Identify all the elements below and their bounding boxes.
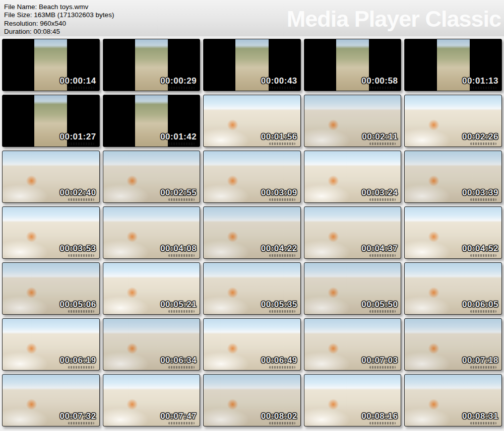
watermark-scribble bbox=[470, 87, 496, 89]
watermark-scribble bbox=[470, 142, 496, 145]
timestamp-label: 00:00:43 bbox=[261, 76, 297, 86]
timestamp-label: 00:08:16 bbox=[361, 411, 398, 421]
timestamp-label: 00:01:56 bbox=[261, 132, 297, 142]
thumbnail: 00:04:22 bbox=[203, 206, 301, 259]
thumbnail: 00:07:47 bbox=[103, 374, 201, 426]
watermark-scribble bbox=[168, 87, 195, 89]
timestamp-label: 00:04:22 bbox=[261, 244, 297, 254]
thumbnail: 00:06:19 bbox=[2, 318, 100, 371]
timestamp-label: 00:00:29 bbox=[160, 76, 197, 86]
thumbnail: 00:00:14 bbox=[2, 39, 100, 91]
watermark-scribble bbox=[168, 254, 195, 257]
timestamp-label: 00:05:50 bbox=[361, 300, 398, 310]
timestamp-label: 00:00:14 bbox=[60, 76, 96, 86]
thumbnail: 00:03:39 bbox=[404, 151, 502, 203]
watermark-scribble bbox=[68, 422, 94, 424]
timestamp-label: 00:04:08 bbox=[160, 244, 197, 254]
timestamp-label: 00:03:53 bbox=[60, 244, 96, 254]
timestamp-label: 00:02:11 bbox=[362, 132, 398, 142]
duration-line: Duration: 00:08:45 bbox=[4, 28, 114, 36]
timestamp-label: 00:06:34 bbox=[160, 355, 197, 366]
thumbnail: 00:06:49 bbox=[203, 318, 301, 371]
timestamp-label: 00:06:05 bbox=[462, 300, 498, 310]
file-info-block: File Name: Beach toys.wmv File Size: 163… bbox=[4, 3, 114, 36]
thumbnail: 00:00:58 bbox=[304, 39, 402, 91]
thumbnail: 00:03:24 bbox=[304, 151, 402, 203]
watermark-scribble bbox=[68, 310, 94, 313]
timestamp-label: 00:05:06 bbox=[60, 300, 96, 310]
thumbnail: 00:06:34 bbox=[103, 318, 201, 371]
timestamp-label: 00:05:21 bbox=[160, 300, 197, 310]
watermark-scribble bbox=[470, 422, 496, 424]
sheet-header: File Name: Beach toys.wmv File Size: 163… bbox=[0, 0, 504, 36]
timestamp-label: 00:02:55 bbox=[160, 188, 197, 198]
thumbnail: 00:05:06 bbox=[2, 262, 100, 315]
watermark-scribble bbox=[168, 422, 195, 424]
thumbnail: 00:01:42 bbox=[103, 95, 201, 147]
thumbnail: 00:00:29 bbox=[103, 39, 201, 91]
timestamp-label: 00:03:24 bbox=[361, 188, 398, 198]
thumbnail-grid: 00:00:14 00:00:29 00:00:43 00:00:58 00:0… bbox=[0, 36, 504, 431]
timestamp-label: 00:07:03 bbox=[361, 355, 398, 366]
watermark-scribble bbox=[168, 198, 195, 201]
thumbnail: 00:02:26 bbox=[404, 95, 502, 147]
timestamp-label: 00:03:39 bbox=[462, 188, 498, 198]
timestamp-label: 00:07:32 bbox=[60, 411, 96, 421]
timestamp-label: 00:07:47 bbox=[160, 411, 197, 421]
thumbnail: 00:04:08 bbox=[103, 206, 201, 259]
watermark-scribble bbox=[168, 142, 195, 145]
watermark-scribble bbox=[269, 254, 295, 257]
watermark-scribble bbox=[369, 366, 396, 369]
thumbnail: 00:03:09 bbox=[203, 151, 301, 203]
watermark-scribble bbox=[470, 366, 496, 369]
thumbnail: 00:04:52 bbox=[404, 206, 502, 259]
timestamp-label: 00:00:58 bbox=[361, 76, 398, 86]
app-watermark-title: Media Player Classic bbox=[287, 6, 501, 32]
watermark-scribble bbox=[269, 310, 295, 313]
timestamp-label: 00:07:18 bbox=[462, 355, 498, 366]
timestamp-label: 00:03:09 bbox=[261, 188, 297, 198]
thumbnail: 00:02:55 bbox=[103, 151, 201, 203]
watermark-scribble bbox=[369, 142, 396, 145]
timestamp-label: 00:08:02 bbox=[261, 411, 297, 421]
watermark-scribble bbox=[269, 366, 295, 369]
timestamp-label: 00:01:13 bbox=[462, 76, 498, 86]
timestamp-label: 00:08:31 bbox=[462, 411, 498, 421]
timestamp-label: 00:04:37 bbox=[361, 244, 398, 254]
thumbnail: 00:08:02 bbox=[203, 374, 301, 426]
timestamp-label: 00:02:26 bbox=[462, 132, 498, 142]
thumbnail: 00:00:43 bbox=[203, 39, 301, 91]
watermark-scribble bbox=[470, 310, 496, 313]
watermark-scribble bbox=[269, 87, 295, 89]
thumbnail: 00:01:27 bbox=[2, 95, 100, 147]
watermark-scribble bbox=[168, 310, 195, 313]
file-name-line: File Name: Beach toys.wmv bbox=[4, 3, 114, 11]
file-size-line: File Size: 163MB (171302603 bytes) bbox=[4, 11, 114, 19]
watermark-scribble bbox=[369, 254, 396, 257]
timestamp-label: 00:04:52 bbox=[462, 244, 498, 254]
timestamp-label: 00:01:42 bbox=[160, 132, 197, 142]
thumbnail: 00:05:21 bbox=[103, 262, 201, 315]
watermark-scribble bbox=[68, 142, 94, 145]
thumbnail: 00:05:35 bbox=[203, 262, 301, 315]
watermark-scribble bbox=[68, 198, 94, 201]
thumbnail: 00:01:13 bbox=[404, 39, 502, 91]
thumbnail: 00:07:18 bbox=[404, 318, 502, 371]
watermark-scribble bbox=[168, 366, 195, 369]
timestamp-label: 00:01:27 bbox=[60, 132, 96, 142]
timestamp-label: 00:06:49 bbox=[261, 355, 297, 366]
thumbnail: 00:03:53 bbox=[2, 206, 100, 259]
thumbnail: 00:07:32 bbox=[2, 374, 100, 426]
thumbnail: 00:02:11 bbox=[304, 95, 402, 147]
watermark-scribble bbox=[369, 198, 396, 201]
watermark-scribble bbox=[269, 142, 295, 145]
thumbnail: 00:01:56 bbox=[203, 95, 301, 147]
watermark-scribble bbox=[369, 87, 396, 89]
thumbnail: 00:06:05 bbox=[404, 262, 502, 315]
thumbnail: 00:08:16 bbox=[304, 374, 402, 426]
watermark-scribble bbox=[68, 366, 94, 369]
thumbnail: 00:02:40 bbox=[2, 151, 100, 203]
watermark-scribble bbox=[68, 254, 94, 257]
thumbnail: 00:04:37 bbox=[304, 206, 402, 259]
thumbnail: 00:08:31 bbox=[404, 374, 502, 426]
